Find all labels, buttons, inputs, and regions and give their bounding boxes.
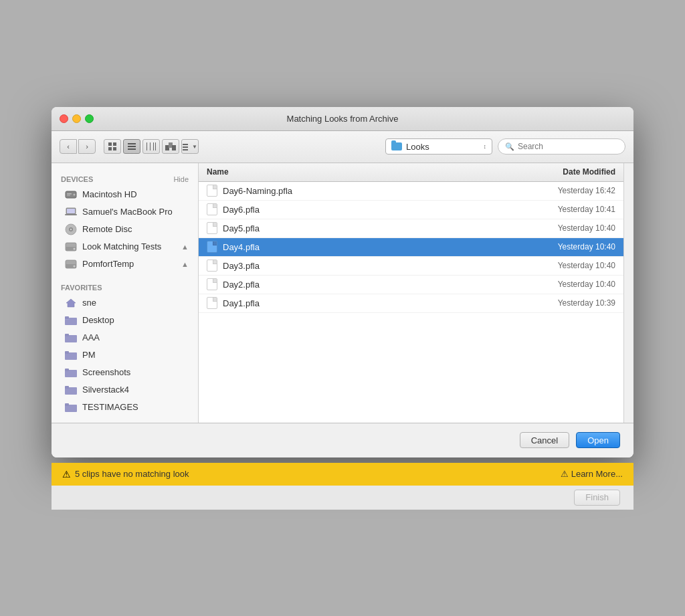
folder-icon (65, 367, 77, 379)
search-box[interactable]: 🔍 (498, 138, 625, 155)
list-view-button[interactable] (123, 139, 140, 154)
svg-rect-36 (65, 316, 69, 319)
learn-more-label: Learn More... (571, 469, 623, 479)
sidebar-item-label: Samuel's MacBook Pro (82, 207, 173, 217)
finish-bar: Finish (52, 486, 633, 510)
file-row[interactable]: Day1.pflaYesterday 10:39 (199, 294, 623, 313)
file-name: Day6.pfla (223, 205, 516, 215)
svg-rect-8 (150, 142, 151, 150)
file-list: Day6-Naming.pflaYesterday 16:42Day6.pfla… (199, 182, 623, 423)
svg-rect-22 (67, 209, 75, 213)
learn-more-button[interactable]: ⚠ Learn More... (561, 469, 623, 479)
file-name: Day4.pfla (223, 242, 516, 252)
col-name-header[interactable]: Name (207, 167, 522, 177)
home-icon (65, 297, 77, 309)
svg-rect-20 (67, 195, 70, 195)
sidebar-item-label: PM (82, 350, 96, 360)
file-row[interactable]: Day4.pflaYesterday 10:40 (199, 238, 623, 257)
maximize-button[interactable] (85, 114, 94, 123)
sidebar-item-remote-disc[interactable]: Remote Disc (52, 221, 198, 238)
svg-rect-19 (67, 193, 72, 195)
sidebar-item-aaa[interactable]: AAA (52, 329, 198, 346)
sidebar-item-macbook[interactable]: Samuel's MacBook Pro (52, 203, 198, 221)
icon-view-button[interactable] (104, 139, 121, 154)
file-date: Yesterday 10:40 (522, 280, 615, 289)
scroll-track[interactable] (623, 163, 633, 423)
sidebar-item-pomfort-temp[interactable]: PomfortTemp ▲ (52, 255, 198, 273)
svg-rect-3 (113, 147, 116, 150)
dialog-footer: Cancel Open (52, 423, 633, 457)
sidebar-item-label: Macintosh HD (82, 189, 137, 199)
svg-point-18 (74, 193, 76, 195)
minimize-button[interactable] (72, 114, 81, 123)
sidebar-item-macintosh-hd[interactable]: Macintosh HD (52, 186, 198, 203)
sidebar-item-testimages[interactable]: TESTIMAGES (52, 399, 198, 416)
open-button[interactable]: Open (576, 432, 620, 448)
svg-point-32 (74, 265, 76, 267)
arrange-button[interactable]: ▼ (181, 139, 199, 154)
cancel-button[interactable]: Cancel (520, 432, 569, 448)
file-row[interactable]: Day6-Naming.pflaYesterday 16:42 (199, 182, 623, 201)
forward-button[interactable]: › (78, 139, 96, 154)
back-button[interactable]: ‹ (60, 139, 77, 154)
file-row[interactable]: Day6.pflaYesterday 10:41 (199, 201, 623, 219)
sidebar-item-desktop[interactable]: Desktop (52, 312, 198, 329)
file-row[interactable]: Day2.pflaYesterday 10:40 (199, 276, 623, 294)
sidebar-item-sne[interactable]: sne (52, 294, 198, 312)
folder-icon (65, 314, 77, 326)
location-dropdown[interactable]: Looks ↕ (385, 138, 492, 155)
col-date-header[interactable]: Date Modified (522, 167, 615, 177)
file-date: Yesterday 16:42 (522, 186, 615, 195)
svg-rect-42 (65, 369, 69, 371)
finder-dialog: Matching Looks from Archive ‹ › (52, 107, 633, 457)
sidebar-item-pm[interactable]: PM (52, 346, 198, 364)
folder-icon (65, 384, 77, 396)
svg-point-26 (70, 228, 72, 230)
file-name: Day1.pfla (223, 298, 516, 308)
cover-flow-button[interactable] (162, 139, 179, 154)
svg-rect-44 (65, 386, 69, 389)
close-button[interactable] (60, 114, 68, 123)
toolbar: ‹ › ▼ (52, 131, 633, 163)
sidebar-item-label: Look Matching Tests (82, 241, 161, 251)
svg-rect-23 (65, 214, 77, 215)
file-list-header: Name Date Modified (199, 163, 623, 182)
file-icon (207, 222, 217, 234)
search-input[interactable] (518, 142, 618, 151)
file-icon (207, 297, 217, 309)
svg-rect-40 (65, 351, 69, 354)
file-date: Yesterday 10:39 (522, 298, 615, 308)
hide-button[interactable]: Hide (173, 175, 189, 183)
drive-icon (65, 258, 77, 270)
eject-icon[interactable]: ▲ (181, 260, 189, 268)
sidebar-item-label: TESTIMAGES (82, 402, 138, 412)
file-name: Day2.pfla (223, 280, 516, 290)
eject-icon[interactable]: ▲ (181, 243, 189, 251)
search-icon: 🔍 (505, 142, 514, 151)
file-row[interactable]: Day3.pflaYesterday 10:40 (199, 257, 623, 276)
file-icon (207, 241, 217, 253)
sidebar-item-label: Remote Disc (82, 224, 132, 234)
svg-rect-4 (128, 143, 136, 144)
finish-button[interactable]: Finish (574, 490, 620, 506)
file-icon (207, 185, 217, 197)
file-name: Day5.pfla (223, 223, 516, 233)
sidebar-item-screenshots[interactable]: Screenshots (52, 364, 198, 381)
svg-rect-38 (65, 334, 69, 336)
file-date: Yesterday 10:40 (522, 261, 615, 270)
sidebar-item-label: PomfortTemp (82, 259, 134, 269)
sidebar-item-label: Desktop (82, 315, 114, 325)
sidebar-item-look-matching-tests[interactable]: Look Matching Tests ▲ (52, 238, 198, 255)
favorites-label: Favorites (61, 284, 102, 292)
svg-rect-9 (153, 142, 154, 150)
sidebar-item-silverstack4[interactable]: Silverstack4 (52, 381, 198, 399)
svg-rect-15 (183, 146, 188, 148)
column-view-button[interactable] (142, 139, 160, 154)
nav-buttons: ‹ › (60, 139, 96, 154)
file-row[interactable]: Day5.pflaYesterday 10:40 (199, 219, 623, 238)
warning-icon: ⚠ (62, 469, 71, 480)
folder-icon (65, 332, 77, 344)
folder-icon (65, 401, 77, 413)
view-buttons: ▼ (104, 139, 199, 154)
warning-bar: ⚠ 5 clips have no matching look ⚠ Learn … (52, 463, 633, 486)
